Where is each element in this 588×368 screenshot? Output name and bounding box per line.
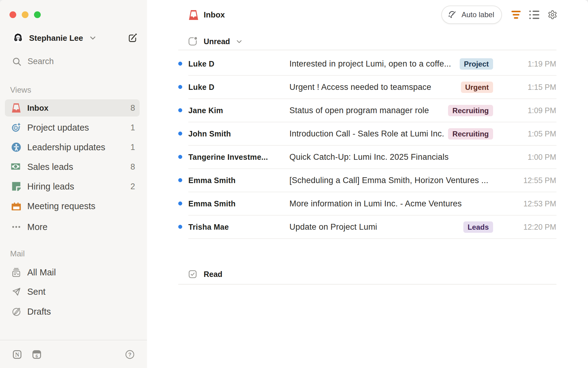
svg-text:N: N	[15, 351, 19, 358]
svg-text:?: ?	[128, 352, 131, 358]
svg-text:6: 6	[36, 354, 38, 358]
